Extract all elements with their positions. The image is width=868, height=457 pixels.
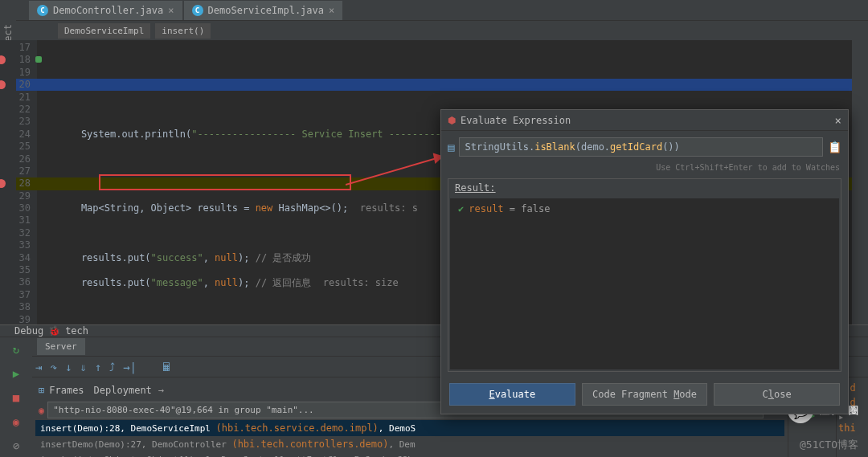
code-fragment-button[interactable]: Code Fragment Mode [582,383,708,406]
chevron-right-icon: → [158,385,164,396]
run-to-cursor-icon[interactable]: →| [123,361,137,373]
view-breakpoints-button[interactable]: ◉ [7,413,25,430]
result-panel: Result: ✔ result = false [448,178,841,372]
breadcrumb-method[interactable]: insert() [155,23,211,39]
highlight-box [99,174,351,190]
right-gutter [852,21,868,326]
expression-icon: ▤ [448,141,454,153]
result-label: Result: [448,179,841,197]
evaluate-expression-dialog: ⬢ Evaluate Expression × ▤ StringUtils.is… [440,109,849,414]
force-step-into-icon[interactable]: ⇓ [80,361,86,373]
watermark-text: @51CTO博客 [800,438,858,452]
step-out-icon[interactable]: ↑ [95,361,101,373]
show-execution-icon[interactable]: ⇥ [35,361,42,373]
frames-icon: ⊞ [39,385,44,396]
rerun-button[interactable]: ↻ [7,341,25,358]
tab-demoserviceimpl[interactable]: C DemoServiceImpl.java × [184,1,343,20]
arrow-icon [346,153,450,201]
stack-frame[interactable]: insert(Demo):28, DemoServiceImpl (hbi.te… [35,420,784,436]
hint-text: Use Ctrl+Shift+Enter to add to Watches [441,163,848,175]
close-icon[interactable]: × [835,114,841,127]
bug-icon: 🐞 [48,325,60,337]
add-watch-icon[interactable]: 📋 [828,141,841,153]
deployment-tab[interactable]: Deployment [94,385,152,396]
close-button[interactable]: Close [714,383,840,406]
step-into-icon[interactable]: ↓ [65,361,72,373]
tab-democontroller[interactable]: C DemoController.java × [29,1,182,20]
evaluate-icon[interactable]: 🖩 [161,361,172,373]
stack-frame[interactable]: invoke(int, Object, Object[]):-1, DemoCo… [35,452,784,457]
app-icon: ⬢ [448,115,456,126]
tab-label: DemoController.java [53,5,163,16]
evaluate-button[interactable]: Evaluate [449,383,575,406]
java-class-icon: C [37,5,48,16]
dialog-title-bar[interactable]: ⬢ Evaluate Expression × [441,110,848,131]
breakpoint-icon: ◉ [39,405,44,416]
stack-frame[interactable]: insertDemo(Demo):27, DemoController (hbi… [35,436,784,452]
breadcrumb-class[interactable]: DemoServiceImpl [58,23,150,39]
editor-tabs: C DemoController.java × C DemoServiceImp… [0,0,868,21]
close-icon[interactable]: × [168,5,174,16]
mute-breakpoints-button[interactable]: ⊘ [7,437,25,455]
run-config: tech [65,325,88,337]
java-class-icon: C [192,5,203,16]
check-icon: ✔ [458,203,464,214]
stop-button[interactable]: ■ [7,389,25,406]
server-tab[interactable]: Server [37,338,85,355]
debug-label: Debug [14,325,43,337]
tab-label: DemoServiceImpl.java [208,5,325,16]
debug-toolbar-left: ↻ ▶ ■ ◉ ⊘ [0,337,32,457]
resume-button[interactable]: ▶ [7,365,25,382]
svg-line-0 [346,157,442,185]
dialog-title: Evaluate Expression [461,115,571,126]
close-icon[interactable]: × [329,5,334,16]
breadcrumb: DemoServiceImpl insert() [0,21,868,40]
drop-frame-icon[interactable]: ⤴ [109,361,115,373]
frames-tab[interactable]: Frames [49,385,84,396]
result-row[interactable]: ✔ result = false [458,203,831,214]
expression-input[interactable]: StringUtils.isBlank(demo.getIdCard()) [459,137,823,157]
step-over-icon[interactable]: ↷ [50,361,56,373]
